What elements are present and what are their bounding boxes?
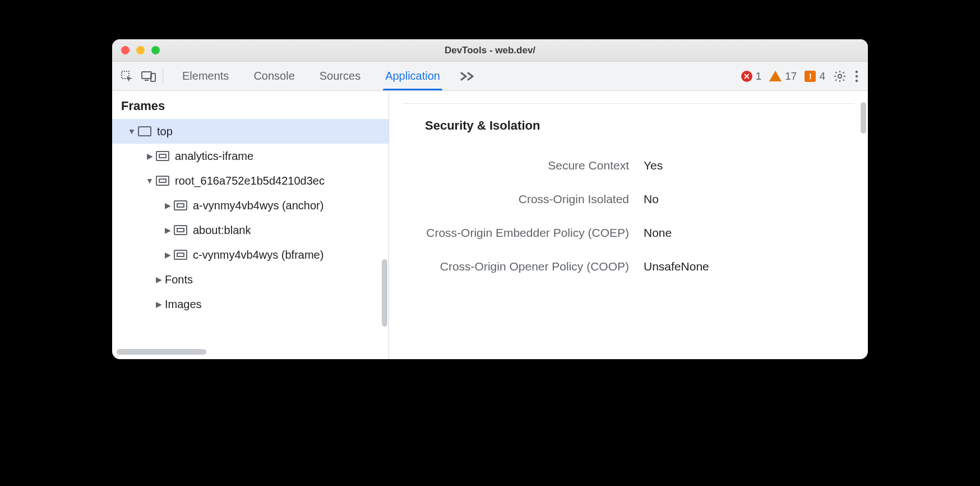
frame-icon [138, 126, 151, 136]
error-icon: ✕ [741, 71, 752, 82]
section-title: Security & Isolation [403, 118, 854, 133]
titlebar: DevTools - web.dev/ [112, 39, 868, 62]
row-label: Cross-Origin Opener Policy (COOP) [403, 260, 644, 273]
sidebar-heading: Frames [112, 91, 389, 119]
svg-point-4 [838, 74, 842, 77]
tree-item-about-blank[interactable]: ▶ about:blank [112, 218, 389, 242]
tree-item-root[interactable]: ▼ root_616a752e1b5d4210d3ec [112, 168, 389, 193]
chevron-right-icon[interactable]: ▶ [146, 152, 154, 161]
row-coop: Cross-Origin Opener Policy (COOP) Unsafe… [403, 250, 854, 283]
tab-console[interactable]: Console [241, 62, 307, 90]
frames-tree: ▼ top ▶ analytics-iframe ▼ root_616a752e… [112, 119, 389, 347]
more-tabs-button[interactable] [452, 62, 482, 90]
row-value: UnsafeNone [644, 260, 709, 273]
svg-point-6 [856, 75, 858, 77]
row-coep: Cross-Origin Embedder Policy (COEP) None [403, 216, 854, 250]
main-panel: Frames ▼ top ▶ analytics-iframe ▼ root_6… [112, 91, 868, 359]
warning-count: 17 [785, 70, 797, 82]
tree-item-analytics-iframe[interactable]: ▶ analytics-iframe [112, 144, 389, 168]
tree-label: Images [165, 298, 202, 311]
more-options-icon[interactable] [854, 70, 859, 83]
tree-item-fonts[interactable]: ▶ Fonts [112, 267, 389, 292]
inspect-element-icon[interactable] [120, 70, 133, 83]
toolbar-divider [163, 69, 163, 84]
tree-label: root_616a752e1b5d4210d3ec [175, 175, 325, 187]
tree-item-bframe[interactable]: ▶ c-vynmy4vb4wys (bframe) [112, 242, 389, 267]
window-zoom-button[interactable] [151, 46, 160, 54]
tree-label: about:blank [193, 224, 251, 237]
device-toggle-icon[interactable] [141, 70, 156, 82]
chevron-right-icon[interactable]: ▶ [164, 250, 172, 259]
settings-icon[interactable] [833, 70, 847, 83]
row-label: Cross-Origin Isolated [403, 192, 644, 206]
window-minimize-button[interactable] [136, 46, 145, 54]
error-count-badge[interactable]: ✕ 1 [741, 70, 762, 82]
window-close-button[interactable] [121, 46, 130, 54]
svg-point-7 [856, 79, 858, 81]
row-label: Secure Context [403, 159, 644, 172]
tree-label: c-vynmy4vb4wys (bframe) [193, 249, 323, 262]
row-label: Cross-Origin Embedder Policy (COEP) [403, 226, 644, 240]
tree-item-anchor[interactable]: ▶ a-vynmy4vb4wys (anchor) [112, 193, 389, 218]
chevron-down-icon[interactable]: ▼ [146, 176, 154, 185]
sidebar-vertical-scrollbar[interactable] [382, 259, 387, 327]
window-title: DevTools - web.dev/ [112, 45, 868, 56]
issues-count-badge[interactable]: ! 4 [805, 70, 825, 82]
frames-sidebar: Frames ▼ top ▶ analytics-iframe ▼ root_6… [112, 91, 389, 359]
issues-count: 4 [819, 70, 825, 82]
tree-label: analytics-iframe [175, 150, 253, 163]
row-value: None [644, 226, 672, 240]
warning-icon [769, 71, 782, 81]
iframe-icon [174, 250, 187, 260]
chevron-down-icon[interactable]: ▼ [128, 127, 136, 136]
chevron-right-icon[interactable]: ▶ [155, 275, 163, 284]
detail-pane: Security & Isolation Secure Context Yes … [389, 91, 868, 359]
chevron-right-icon[interactable]: ▶ [164, 226, 172, 235]
tab-sources[interactable]: Sources [307, 62, 373, 90]
security-isolation-section: Security & Isolation Secure Context Yes … [403, 103, 854, 283]
chevron-right-icon[interactable]: ▶ [164, 201, 172, 210]
traffic-lights [112, 46, 160, 54]
iframe-icon [156, 176, 169, 186]
tree-item-images[interactable]: ▶ Images [112, 292, 389, 317]
sidebar-horizontal-scrollbar[interactable] [117, 349, 384, 356]
devtools-tabs: Elements Console Sources Application [170, 62, 482, 90]
devtools-window: DevTools - web.dev/ Elements Console [112, 39, 868, 359]
svg-rect-1 [142, 72, 151, 79]
iframe-icon [174, 200, 187, 210]
error-count: 1 [756, 70, 762, 82]
row-value: No [644, 192, 659, 206]
row-secure-context: Secure Context Yes [403, 149, 854, 182]
svg-point-5 [856, 70, 858, 72]
row-value: Yes [644, 159, 663, 172]
tree-item-top[interactable]: ▼ top [112, 119, 389, 144]
detail-vertical-scrollbar[interactable] [861, 102, 866, 134]
chevron-right-icon[interactable]: ▶ [155, 300, 163, 309]
warning-count-badge[interactable]: 17 [769, 70, 797, 82]
iframe-icon [156, 151, 169, 161]
row-cross-origin-isolated: Cross-Origin Isolated No [403, 182, 854, 216]
iframe-icon [174, 225, 187, 235]
tree-label: Fonts [165, 273, 193, 286]
scrollbar-thumb[interactable] [117, 349, 206, 355]
tab-application[interactable]: Application [373, 62, 452, 90]
tree-label: a-vynmy4vb4wys (anchor) [193, 199, 323, 212]
tab-elements[interactable]: Elements [170, 62, 241, 90]
issues-icon: ! [805, 71, 816, 82]
tree-label: top [157, 125, 173, 138]
devtools-toolbar: Elements Console Sources Application ✕ 1… [112, 62, 868, 91]
